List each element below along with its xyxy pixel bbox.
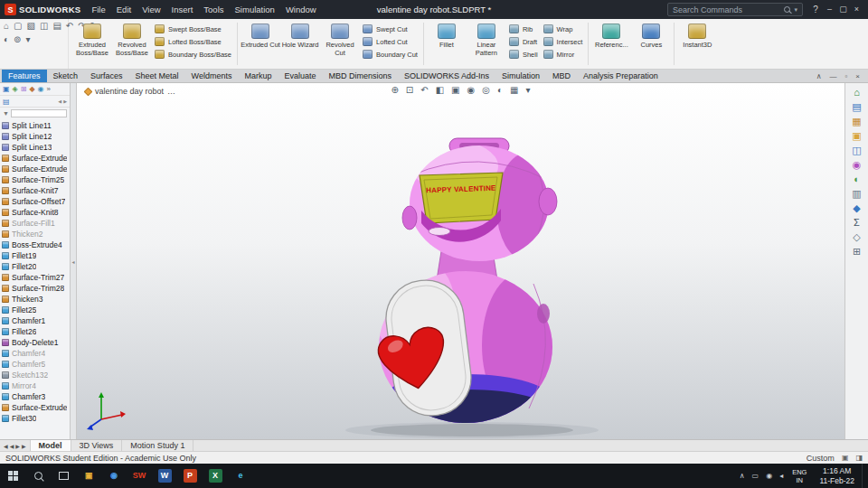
feature-tree-item[interactable]: Fillet20 [2, 261, 70, 272]
quick-access-button[interactable]: ▢ [14, 22, 22, 31]
display-pane-icon[interactable]: ▤ [3, 98, 10, 106]
feature-tree-item[interactable]: Surface-Extrude [2, 164, 70, 174]
task-pane-icon[interactable]: ◫ [852, 145, 861, 155]
commandmanager-tab[interactable]: Weldments [185, 70, 239, 82]
feature-tree-item[interactable]: Body-Delete1 [2, 337, 70, 348]
feature-tree-item[interactable]: Split Line13 [2, 142, 70, 153]
quick-access-button[interactable]: ⌂ [4, 22, 9, 31]
feature-tree-item[interactable]: Fillet19 [2, 250, 70, 261]
ribbon-button[interactable]: Boundary Boss/Base [152, 50, 234, 59]
filter-funnel-icon[interactable]: ▼ [3, 110, 9, 117]
task-pane-icon[interactable]: ◆ [853, 203, 860, 213]
search-commands-box[interactable]: Search Commands ▾ [667, 3, 803, 16]
taskbar-search-button[interactable] [25, 464, 51, 488]
language-indicator[interactable]: ENG IN [787, 468, 812, 484]
taskbar-app-icon[interactable]: ◉ [101, 464, 127, 488]
commandmanager-tab[interactable]: Sketch [47, 70, 85, 82]
menu-item[interactable]: Edit [111, 0, 137, 19]
panel-control-icon[interactable]: — [829, 72, 836, 80]
commandmanager-tab[interactable]: Evaluate [278, 70, 322, 82]
volume-icon[interactable]: ◂ [776, 472, 787, 480]
menu-item[interactable]: File [86, 0, 110, 19]
commandmanager-tab[interactable]: Simulation [495, 70, 546, 82]
configuration-label[interactable]: Custom [807, 454, 835, 463]
feature-tree-item[interactable]: Fillet26 [2, 326, 70, 337]
task-pane-icon[interactable]: ◉ [853, 160, 862, 170]
maximize-button[interactable]: ▢ [836, 0, 850, 19]
feature-tree-item[interactable]: Thicken2 [2, 229, 70, 239]
commandmanager-tab[interactable]: Features [2, 70, 47, 82]
view-tool-icon[interactable]: ▣ [451, 85, 459, 95]
ribbon-button[interactable]: Extruded Boss/Base [72, 20, 112, 68]
task-pane-icon[interactable]: ◇ [853, 232, 860, 242]
quick-access-button[interactable]: ⊚ [14, 35, 21, 44]
feature-tree-item[interactable]: Chamfer4 [2, 348, 70, 359]
feature-tree-item[interactable]: Split Line12 [2, 131, 70, 142]
quick-access-button[interactable]: ▤ [52, 22, 61, 31]
taskbar-app-icon[interactable]: W [152, 464, 177, 488]
ribbon-button[interactable]: Draft [506, 37, 541, 46]
feature-tree-item[interactable]: Mirror4 [2, 380, 70, 391]
quick-access-button[interactable]: ◫ [40, 22, 48, 31]
task-pane-icon[interactable]: ▥ [852, 189, 861, 199]
ribbon-button[interactable]: Fillet [427, 20, 467, 68]
ribbon-button[interactable]: Mirror [541, 50, 586, 59]
panel-tab-icon[interactable]: ⊞ [21, 85, 27, 93]
search-icon[interactable] [784, 6, 790, 13]
panel-control-icon[interactable]: ∧ [816, 72, 822, 80]
breadcrumb[interactable]: valentine day robot … [85, 87, 175, 96]
feature-tree-item[interactable]: Split Line11 [2, 120, 70, 131]
ribbon-button[interactable]: Lofted Cut [360, 37, 420, 46]
view-tool-icon[interactable]: ◉ [467, 85, 476, 95]
panel-tab-icon[interactable]: ▣ [3, 85, 10, 93]
commandmanager-tab[interactable]: MBD [546, 70, 577, 82]
tree-filter-input[interactable] [11, 109, 67, 117]
commandmanager-tab[interactable]: MBD Dimensions [323, 70, 399, 82]
feature-tree-item[interactable]: Fillet30 [2, 413, 70, 424]
feature-tree-item[interactable]: Surface-Trim27 [2, 272, 70, 283]
feature-tree-item[interactable]: Surface-Trim25 [2, 174, 70, 185]
document-tab[interactable]: Model [31, 440, 71, 451]
view-tool-icon[interactable]: ◧ [436, 85, 444, 95]
task-pane-icon[interactable]: ⊞ [853, 247, 861, 257]
ribbon-button[interactable]: Instant3D [677, 20, 717, 68]
view-tool-icon[interactable]: ◐ [497, 85, 503, 95]
feature-tree-item[interactable]: Chamfer3 [2, 391, 70, 402]
quick-access-button[interactable]: ▧ [27, 22, 35, 31]
feature-tree-item[interactable]: Chamfer1 [2, 315, 70, 326]
commandmanager-tab[interactable]: Sheet Metal [129, 70, 185, 82]
tab-scroll-icon[interactable]: ▶ [15, 443, 20, 449]
close-button[interactable]: × [850, 0, 863, 19]
tab-scroll-icon[interactable]: ◀ [10, 443, 14, 449]
ribbon-button[interactable]: Intersect [541, 37, 586, 46]
view-tool-icon[interactable]: ↶ [420, 85, 428, 95]
document-tab[interactable]: Motion Study 1 [122, 440, 193, 451]
commandmanager-tab[interactable]: SOLIDWORKS Add-Ins [398, 70, 495, 82]
battery-icon[interactable]: ▭ [749, 472, 763, 480]
ribbon-button[interactable]: Swept Boss/Base [152, 24, 234, 33]
view-tool-icon[interactable]: ▾ [526, 85, 531, 95]
panel-control-icon[interactable]: ▫ [844, 72, 847, 80]
commandmanager-tab[interactable]: Markup [238, 70, 278, 82]
panel-tab-icon[interactable]: ◈ [13, 85, 18, 93]
menu-item[interactable]: Insert [166, 0, 199, 19]
taskbar-app-icon[interactable]: e [228, 464, 253, 488]
feature-tree-item[interactable]: Fillet25 [2, 305, 70, 315]
action-center-button[interactable] [862, 464, 868, 488]
panel-tab-icon[interactable]: ◆ [29, 85, 34, 93]
view-tool-icon[interactable]: ⊡ [406, 85, 413, 95]
taskbar-app-icon[interactable]: X [203, 464, 228, 488]
ribbon-button[interactable]: Boundary Cut [360, 50, 420, 59]
task-view-button[interactable] [51, 464, 76, 488]
document-tab[interactable]: 3D Views [71, 440, 123, 451]
search-caret-icon[interactable]: ▾ [794, 6, 797, 14]
tray-expand-icon[interactable]: ∧ [736, 472, 749, 480]
help-icon[interactable]: ? [808, 5, 823, 14]
pane-forward-icon[interactable]: ▶ [63, 99, 67, 104]
ribbon-button[interactable]: Extruded Cut [241, 20, 280, 68]
ribbon-button[interactable]: Lofted Boss/Base [152, 37, 234, 46]
task-pane-icon[interactable]: ▤ [852, 102, 861, 112]
taskbar-app-icon[interactable]: P [177, 464, 203, 488]
ribbon-button[interactable]: Shell [506, 50, 541, 59]
view-tool-icon[interactable]: ▦ [510, 85, 518, 95]
